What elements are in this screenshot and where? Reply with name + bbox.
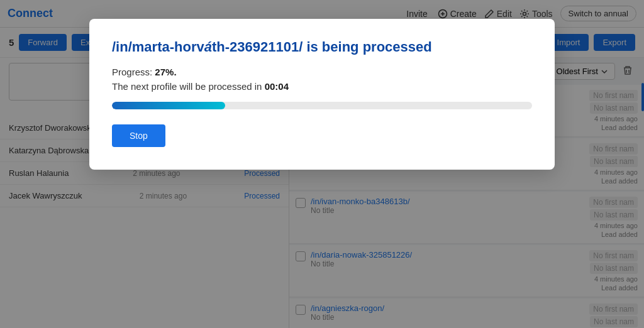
modal-title-accent: á [204,39,212,55]
timer-label: The next profile will be processed in [112,81,265,92]
modal-timer: The next profile will be processed in 00… [112,81,532,92]
processing-modal: /in/marta-horváth-236921101/ is being pr… [89,19,555,170]
progress-bar-background [112,102,532,109]
modal-title-prefix: /in/marta-horv [112,39,204,55]
progress-value: 27%. [155,67,176,77]
modal-title-action: is being processed [303,39,431,55]
progress-bar-fill [112,102,225,109]
modal-title: /in/marta-horváth-236921101/ is being pr… [112,39,532,55]
progress-label: Progress: [112,67,155,77]
stop-button[interactable]: Stop [112,124,165,147]
timer-value: 00:04 [265,81,289,92]
modal-title-suffix: th-236921101/ [212,39,303,55]
modal-overlay: /in/marta-horváth-236921101/ is being pr… [0,0,644,328]
modal-progress-text: Progress: 27%. [112,67,532,77]
